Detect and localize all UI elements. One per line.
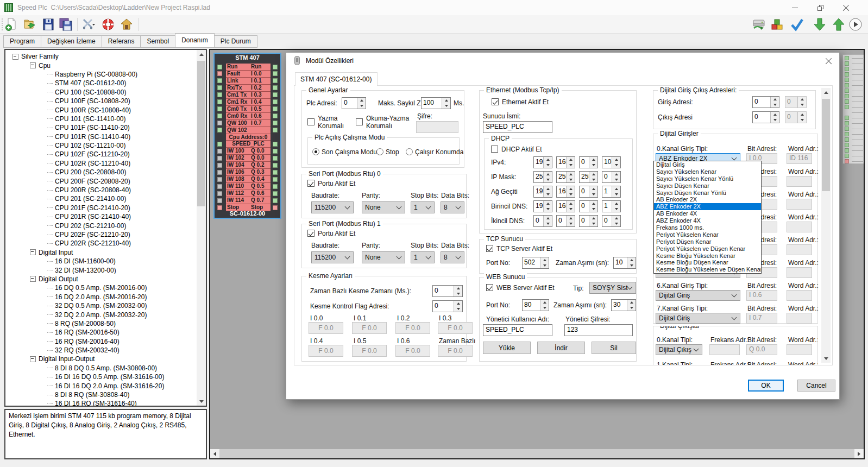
- spinner-up-icon[interactable]: [589, 172, 597, 177]
- radio-calisir-konumda[interactable]: [406, 148, 413, 155]
- tree-item[interactable]: 16 DI 16 DQ 2.0 Amp. (SM-31616-20): [7, 381, 195, 390]
- tools-icon[interactable]: [81, 17, 96, 31]
- dhcp-octet-spinner[interactable]: 168: [556, 200, 575, 212]
- parity-combo-0[interactable]: None: [362, 201, 405, 213]
- spinner-arrows[interactable]: [543, 186, 552, 197]
- tree-item[interactable]: 16 DI 16 RQ (SM-31616-40): [7, 399, 195, 406]
- spinner-arrows[interactable]: [566, 186, 575, 197]
- spinner-arrows[interactable]: [770, 112, 779, 123]
- run-icon[interactable]: [848, 17, 863, 31]
- portu-aktif-et-checkbox-1[interactable]: [307, 230, 315, 237]
- spinner-down-icon[interactable]: [567, 177, 575, 182]
- spinner-up-icon[interactable]: [544, 201, 552, 206]
- baudrate-combo-0[interactable]: 115200: [311, 201, 354, 213]
- tree-item[interactable]: CPU 102F (SC-11210-20): [7, 150, 195, 159]
- tree-item[interactable]: 8 DI 8 RQ (SM-30808-40): [7, 390, 195, 399]
- deploy-drive-icon[interactable]: [752, 17, 766, 31]
- cikis-adresi-spinner[interactable]: 0: [752, 111, 779, 123]
- scroll-up-arrow[interactable]: [197, 50, 206, 59]
- dropdown-item[interactable]: Periyot Yükselen ve Düşen Kenar: [654, 245, 761, 253]
- spinner-arrows[interactable]: [627, 300, 636, 311]
- spinner-arrows[interactable]: [797, 112, 806, 123]
- tree-item[interactable]: CPU 100F (SC-10808-20): [7, 97, 195, 105]
- tree-item[interactable]: Digital Input: [7, 248, 195, 257]
- stop-bits-combo-0[interactable]: 1: [411, 201, 435, 213]
- tree-item[interactable]: Cpu: [7, 61, 195, 70]
- spinner-arrows[interactable]: [797, 97, 806, 108]
- dropdown-item[interactable]: ABZ Enkoder 2X: [654, 203, 761, 210]
- tree-item[interactable]: Digital Output: [7, 275, 195, 283]
- sifre-input[interactable]: [416, 121, 458, 133]
- spinner-down-icon[interactable]: [612, 221, 620, 226]
- spinner-down-icon[interactable]: [589, 177, 597, 182]
- dropdown-item[interactable]: Sayıcı Yükselen Kenar Yönlü: [654, 175, 761, 182]
- dhcp-octet-spinner[interactable]: 0: [556, 215, 575, 227]
- spinner-arrows[interactable]: [540, 257, 549, 268]
- tab-plc-durum[interactable]: Plc Durum: [214, 35, 257, 48]
- dhcp-octet-spinner[interactable]: 0: [579, 156, 598, 168]
- tree-expander-icon[interactable]: [30, 62, 36, 68]
- spinner-arrows[interactable]: [589, 172, 597, 182]
- tree-scrollbar[interactable]: [197, 50, 206, 406]
- dropdown-item[interactable]: Dijital Giriş: [654, 161, 761, 168]
- giris-adresi-spinner[interactable]: 0: [752, 96, 779, 108]
- spinner-up-icon[interactable]: [589, 201, 597, 206]
- tree-item[interactable]: CPU 201 (SC-21410-00): [7, 194, 195, 203]
- tree-item[interactable]: CPU 101R (SC-11410-40): [7, 132, 195, 141]
- out-channel-0-type-combo[interactable]: Dijital Çıkış: [656, 344, 702, 355]
- dialog-tab-stm407[interactable]: STM 407 (SC-01612-00): [295, 72, 378, 86]
- spinner-up-icon[interactable]: [567, 201, 575, 206]
- tree-item[interactable]: 16 DQ 0.5 Amp. (SM-20016-00): [7, 283, 195, 292]
- tree-item[interactable]: 16 DI 16 DQ 0.5 Amp. (SM-31616-00): [7, 373, 195, 381]
- dhcp-octet-spinner[interactable]: 255: [556, 171, 575, 183]
- tree-item[interactable]: CPU 202R (SC-21210-40): [7, 239, 195, 248]
- ethernet-aktif-checkbox[interactable]: [492, 98, 499, 105]
- giris-adresi-spinner-2[interactable]: 0: [785, 96, 807, 108]
- dhcp-octet-spinner[interactable]: 0: [602, 171, 621, 183]
- spinner-down-icon[interactable]: [612, 192, 620, 197]
- dhcp-octet-spinner[interactable]: 1: [602, 200, 621, 212]
- tree-item[interactable]: CPU 200R (SC-20808-40): [7, 186, 195, 194]
- cancel-button[interactable]: Cancel: [797, 380, 835, 392]
- spinner-arrows[interactable]: [566, 216, 575, 226]
- spinner-arrows[interactable]: [566, 172, 575, 182]
- spinner-down-icon[interactable]: [589, 162, 597, 168]
- tree-item[interactable]: Raspberry Pi (SC-00808-00): [7, 70, 195, 79]
- scroll-up-arrow[interactable]: [821, 88, 831, 97]
- sunucu-ismi-input[interactable]: SPEED_PLC: [483, 121, 552, 133]
- tree-item[interactable]: CPU 200F (SC-20808-20): [7, 176, 195, 185]
- tree-item[interactable]: 32 DI (SM-13200-00): [7, 266, 195, 274]
- web-server-aktif-checkbox[interactable]: [486, 284, 493, 291]
- dropdown-item[interactable]: Kesme Bloğu Yükselen Kenar: [654, 253, 761, 260]
- baudrate-combo-1[interactable]: 115200: [311, 251, 354, 263]
- spinner-down-icon[interactable]: [589, 192, 597, 197]
- giris-tipi-dropdown-list[interactable]: Dijital GirişSayıcı Yükselen KenarSayıcı…: [653, 161, 762, 274]
- plc-adresi-spinner[interactable]: 0: [342, 97, 366, 109]
- tree-item[interactable]: 32 DQ 0.5 Amp. (SM-20032-00): [7, 301, 195, 310]
- tab-donan-m[interactable]: Donanım: [175, 33, 215, 48]
- dhcp-octet-spinner[interactable]: 1: [602, 186, 621, 198]
- admin-password-input[interactable]: 123: [564, 324, 633, 336]
- spinner-arrows[interactable]: [589, 216, 597, 226]
- tree-item[interactable]: 32 RQ (SM-20032-40): [7, 346, 195, 355]
- spinner-arrows[interactable]: [454, 286, 462, 296]
- spinner-down-icon[interactable]: [544, 206, 552, 212]
- dropdown-item[interactable]: Sayıcı Düşen Kenar Yönlü: [654, 190, 761, 197]
- spinner-arrows[interactable]: [612, 157, 620, 168]
- dhcp-octet-spinner[interactable]: 255: [533, 171, 552, 183]
- spinner-arrows[interactable]: [627, 257, 636, 268]
- maks-saykil-spinner[interactable]: 100: [421, 97, 451, 109]
- kesme-flag-spinner[interactable]: 0: [432, 300, 463, 312]
- spinner-arrows[interactable]: [589, 157, 597, 168]
- web-port-spinner[interactable]: 80: [522, 299, 549, 311]
- tree-item[interactable]: CPU 102R (SC-11210-40): [7, 159, 195, 168]
- spinner-arrows[interactable]: [566, 201, 575, 212]
- spinner-up-icon[interactable]: [612, 172, 620, 177]
- spinner-up-icon[interactable]: [567, 216, 575, 221]
- radio-stop[interactable]: [376, 148, 383, 155]
- dhcp-aktif-checkbox[interactable]: [491, 146, 498, 153]
- dialog-scrollbar-thumb[interactable]: [822, 99, 830, 191]
- dropdown-item[interactable]: Kesme Bloğu Yükselen ve Düşen Kenar: [654, 266, 761, 273]
- radio-son-calisma-modu[interactable]: [312, 148, 319, 155]
- tree-item[interactable]: CPU 102 (SC-11210-00): [7, 141, 195, 150]
